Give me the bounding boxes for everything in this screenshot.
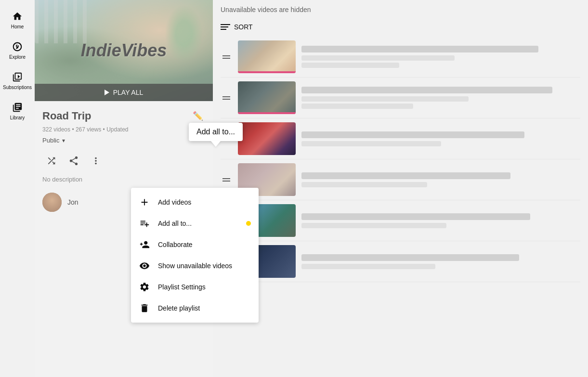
- gear-icon: [139, 281, 150, 293]
- menu-item-playlist-settings[interactable]: Playlist Settings: [131, 276, 259, 298]
- menu-add-all-label: Add all to...: [158, 220, 192, 227]
- video-info: [301, 87, 580, 109]
- video-title: [301, 254, 519, 261]
- sidebar: Home Explore Subscriptions Library: [0, 0, 35, 377]
- video-list: [221, 37, 580, 282]
- tooltip-arrow: [211, 141, 221, 147]
- video-meta: [301, 182, 427, 187]
- main-content: IndieVibes PLAY ALL Road Trip ✏️ 322 vid…: [35, 0, 588, 377]
- left-panel: IndieVibes PLAY ALL Road Trip ✏️ 322 vid…: [35, 0, 213, 377]
- video-info: [301, 213, 580, 228]
- tooltip-add-all: Add all to...: [189, 123, 243, 141]
- library-icon: [12, 102, 23, 113]
- plus-icon: [139, 196, 150, 208]
- tooltip-text: Add all to...: [196, 128, 235, 136]
- right-panel: Unavailable videos are hidden SORT: [213, 0, 588, 377]
- table-row: [221, 118, 580, 159]
- video-meta: [301, 223, 446, 228]
- video-info: [301, 46, 580, 68]
- video-title: [301, 131, 524, 138]
- table-row: [221, 241, 580, 282]
- table-row: [221, 200, 580, 241]
- sidebar-item-library-label: Library: [10, 115, 25, 120]
- subscriptions-icon: [12, 71, 23, 83]
- sidebar-item-explore[interactable]: Explore: [2, 36, 33, 65]
- menu-item-show-unavailable[interactable]: Show unavailable videos: [131, 255, 259, 276]
- drag-handle[interactable]: [221, 53, 232, 61]
- sidebar-item-subscriptions-label: Subscriptions: [3, 85, 32, 90]
- video-meta-2: [301, 63, 399, 68]
- person-add-icon: [139, 239, 150, 250]
- table-row: [221, 78, 580, 118]
- yellow-indicator: [246, 221, 251, 226]
- trash-icon: [139, 302, 150, 314]
- video-meta: [301, 141, 441, 146]
- eye-icon: [139, 260, 150, 272]
- home-icon: [12, 11, 23, 22]
- video-info: [301, 254, 580, 269]
- hidden-notice: Unavailable videos are hidden: [221, 0, 580, 17]
- sidebar-item-home-label: Home: [11, 24, 24, 29]
- menu-add-videos-label: Add videos: [158, 198, 191, 206]
- sort-button[interactable]: SORT: [221, 17, 580, 37]
- drag-handle[interactable]: [221, 176, 232, 183]
- video-info: [301, 131, 580, 146]
- plus-list-icon: [139, 218, 150, 229]
- context-menu: Add videos Add all to... Collaborate: [131, 188, 259, 323]
- menu-item-add-all-to[interactable]: Add all to...: [131, 213, 259, 234]
- video-meta: [301, 264, 435, 269]
- video-thumbnail[interactable]: [238, 122, 296, 155]
- sort-label: SORT: [234, 23, 253, 31]
- menu-item-collaborate[interactable]: Collaborate: [131, 234, 259, 255]
- menu-item-add-videos[interactable]: Add videos: [131, 192, 259, 213]
- video-info: [301, 172, 580, 187]
- menu-playlist-settings-label: Playlist Settings: [158, 283, 206, 291]
- menu-item-delete-playlist[interactable]: Delete playlist: [131, 298, 259, 319]
- drag-handle[interactable]: [221, 94, 232, 102]
- sidebar-item-explore-label: Explore: [9, 54, 26, 60]
- sidebar-item-library[interactable]: Library: [2, 97, 33, 125]
- progress-bar: [238, 71, 296, 73]
- explore-icon: [12, 41, 23, 52]
- video-meta: [301, 55, 455, 61]
- sidebar-item-home[interactable]: Home: [2, 6, 33, 34]
- video-title: [301, 87, 552, 93]
- video-title: [301, 172, 510, 179]
- sidebar-item-subscriptions[interactable]: Subscriptions: [2, 66, 33, 95]
- progress-bar: [238, 112, 296, 114]
- video-meta-2: [301, 104, 413, 109]
- menu-collaborate-label: Collaborate: [158, 241, 193, 248]
- video-title: [301, 213, 530, 220]
- video-thumbnail[interactable]: [238, 81, 296, 114]
- menu-delete-label: Delete playlist: [158, 304, 200, 312]
- table-row: [221, 37, 580, 78]
- video-thumbnail[interactable]: [238, 40, 296, 73]
- video-title: [301, 46, 538, 52]
- video-meta: [301, 96, 469, 102]
- sort-icon: [221, 24, 230, 30]
- table-row: [221, 159, 580, 200]
- menu-show-unavailable-label: Show unavailable videos: [158, 262, 232, 270]
